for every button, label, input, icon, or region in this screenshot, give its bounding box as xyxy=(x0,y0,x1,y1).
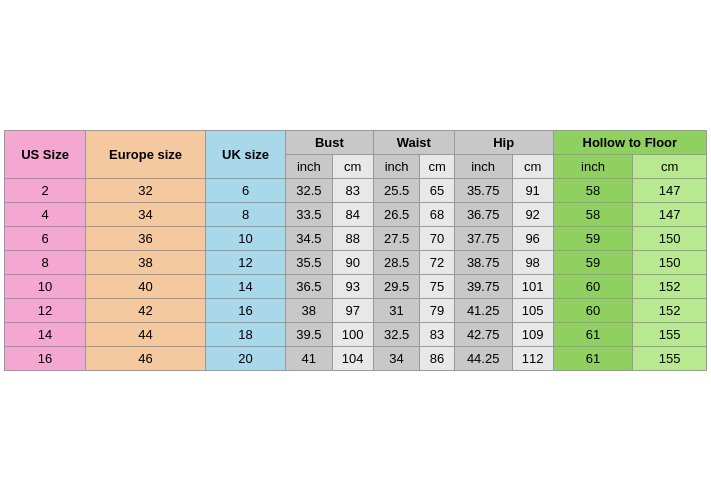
cell-bust-inch: 38 xyxy=(286,299,333,323)
cell-waist-cm: 68 xyxy=(420,203,454,227)
cell-hip-inch: 38.75 xyxy=(454,251,512,275)
cell-waist-inch: 34 xyxy=(373,347,420,371)
header-hip: Hip xyxy=(454,131,553,155)
table-row: 14441839.510032.58342.7510961155 xyxy=(5,323,707,347)
cell-waist-cm: 79 xyxy=(420,299,454,323)
subheader-htf-inch: inch xyxy=(553,155,633,179)
cell-bust-inch: 32.5 xyxy=(286,179,333,203)
cell-htf-inch: 60 xyxy=(553,275,633,299)
cell-hip-inch: 41.25 xyxy=(454,299,512,323)
cell-us: 10 xyxy=(5,275,86,299)
cell-eu: 38 xyxy=(86,251,206,275)
cell-eu: 46 xyxy=(86,347,206,371)
cell-bust-cm: 104 xyxy=(332,347,373,371)
table-row: 434833.58426.56836.759258147 xyxy=(5,203,707,227)
cell-uk: 18 xyxy=(206,323,286,347)
cell-waist-cm: 72 xyxy=(420,251,454,275)
cell-eu: 32 xyxy=(86,179,206,203)
cell-uk: 14 xyxy=(206,275,286,299)
cell-waist-inch: 27.5 xyxy=(373,227,420,251)
table-row: 1242163897317941.2510560152 xyxy=(5,299,707,323)
cell-hip-cm: 101 xyxy=(512,275,553,299)
cell-htf-cm: 155 xyxy=(633,347,707,371)
cell-uk: 20 xyxy=(206,347,286,371)
cell-htf-inch: 61 xyxy=(553,323,633,347)
cell-eu: 40 xyxy=(86,275,206,299)
cell-bust-inch: 33.5 xyxy=(286,203,333,227)
cell-uk: 8 xyxy=(206,203,286,227)
cell-bust-inch: 34.5 xyxy=(286,227,333,251)
cell-waist-inch: 25.5 xyxy=(373,179,420,203)
cell-hip-inch: 39.75 xyxy=(454,275,512,299)
cell-htf-inch: 59 xyxy=(553,251,633,275)
cell-waist-cm: 86 xyxy=(420,347,454,371)
subheader-htf-cm: cm xyxy=(633,155,707,179)
cell-uk: 10 xyxy=(206,227,286,251)
cell-hip-cm: 91 xyxy=(512,179,553,203)
cell-hip-cm: 112 xyxy=(512,347,553,371)
header-htf: Hollow to Floor xyxy=(553,131,706,155)
cell-htf-cm: 150 xyxy=(633,227,707,251)
subheader-hip-cm: cm xyxy=(512,155,553,179)
subheader-waist-inch: inch xyxy=(373,155,420,179)
cell-hip-inch: 37.75 xyxy=(454,227,512,251)
cell-waist-cm: 65 xyxy=(420,179,454,203)
cell-htf-inch: 59 xyxy=(553,227,633,251)
header-bust: Bust xyxy=(286,131,374,155)
size-chart-table: US Size Europe size UK size Bust Waist H… xyxy=(4,130,707,371)
cell-hip-cm: 92 xyxy=(512,203,553,227)
cell-hip-cm: 109 xyxy=(512,323,553,347)
table-row: 232632.58325.56535.759158147 xyxy=(5,179,707,203)
cell-waist-inch: 31 xyxy=(373,299,420,323)
header-us: US Size xyxy=(5,131,86,179)
cell-us: 12 xyxy=(5,299,86,323)
table-row: 8381235.59028.57238.759859150 xyxy=(5,251,707,275)
cell-bust-inch: 41 xyxy=(286,347,333,371)
cell-bust-cm: 100 xyxy=(332,323,373,347)
table-row: 10401436.59329.57539.7510160152 xyxy=(5,275,707,299)
cell-htf-cm: 155 xyxy=(633,323,707,347)
subheader-hip-inch: inch xyxy=(454,155,512,179)
cell-waist-cm: 83 xyxy=(420,323,454,347)
cell-uk: 6 xyxy=(206,179,286,203)
cell-bust-cm: 90 xyxy=(332,251,373,275)
cell-eu: 44 xyxy=(86,323,206,347)
cell-waist-inch: 28.5 xyxy=(373,251,420,275)
subheader-bust-inch: inch xyxy=(286,155,333,179)
cell-bust-cm: 93 xyxy=(332,275,373,299)
cell-bust-inch: 36.5 xyxy=(286,275,333,299)
cell-eu: 42 xyxy=(86,299,206,323)
cell-us: 2 xyxy=(5,179,86,203)
cell-hip-inch: 35.75 xyxy=(454,179,512,203)
header-waist: Waist xyxy=(373,131,454,155)
cell-hip-cm: 98 xyxy=(512,251,553,275)
cell-htf-inch: 60 xyxy=(553,299,633,323)
cell-htf-cm: 147 xyxy=(633,179,707,203)
cell-us: 14 xyxy=(5,323,86,347)
cell-htf-inch: 61 xyxy=(553,347,633,371)
cell-hip-cm: 96 xyxy=(512,227,553,251)
subheader-waist-cm: cm xyxy=(420,155,454,179)
subheader-bust-cm: cm xyxy=(332,155,373,179)
cell-eu: 36 xyxy=(86,227,206,251)
cell-htf-cm: 152 xyxy=(633,299,707,323)
cell-eu: 34 xyxy=(86,203,206,227)
cell-bust-cm: 84 xyxy=(332,203,373,227)
cell-waist-inch: 26.5 xyxy=(373,203,420,227)
cell-us: 6 xyxy=(5,227,86,251)
cell-htf-cm: 152 xyxy=(633,275,707,299)
table-body: 232632.58325.56535.759158147434833.58426… xyxy=(5,179,707,371)
cell-uk: 16 xyxy=(206,299,286,323)
cell-bust-cm: 83 xyxy=(332,179,373,203)
cell-us: 8 xyxy=(5,251,86,275)
cell-bust-cm: 88 xyxy=(332,227,373,251)
cell-htf-inch: 58 xyxy=(553,179,633,203)
cell-htf-cm: 150 xyxy=(633,251,707,275)
header-eu: Europe size xyxy=(86,131,206,179)
table-row: 16462041104348644.2511261155 xyxy=(5,347,707,371)
cell-htf-inch: 58 xyxy=(553,203,633,227)
cell-hip-inch: 36.75 xyxy=(454,203,512,227)
cell-us: 4 xyxy=(5,203,86,227)
cell-bust-cm: 97 xyxy=(332,299,373,323)
cell-waist-inch: 29.5 xyxy=(373,275,420,299)
